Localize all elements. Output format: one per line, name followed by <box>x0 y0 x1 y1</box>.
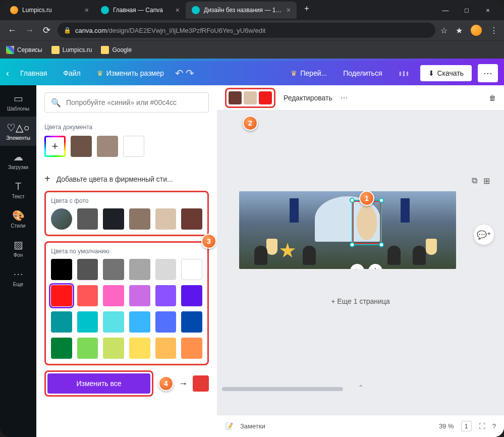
color-swatch[interactable] <box>229 91 242 104</box>
tab-canva-design[interactable]: Дизайн без названия — 1024 × <box>186 2 297 19</box>
target-color-swatch[interactable] <box>193 375 209 392</box>
sidebar-item-uploads[interactable]: ☁Загрузки <box>0 146 36 175</box>
rotate-button[interactable]: ⟳ <box>350 264 364 269</box>
selection-box[interactable]: 1 <box>352 200 381 245</box>
color-swatch[interactable] <box>71 136 92 157</box>
close-icon[interactable]: × <box>176 6 180 14</box>
color-search[interactable]: 🔍 <box>44 92 209 113</box>
color-swatch[interactable] <box>155 338 177 359</box>
color-swatch[interactable] <box>129 338 150 359</box>
chevron-up-icon[interactable]: ⌃ <box>358 384 363 391</box>
sidebar-item-elements[interactable]: ♡△○Элементы <box>0 117 36 146</box>
sidebar-item-more[interactable]: ⋯Еще <box>0 263 36 292</box>
color-swatch[interactable] <box>129 259 150 280</box>
delete-icon[interactable]: 🗑 <box>489 94 496 102</box>
edit-link[interactable]: Редактировать <box>284 94 332 102</box>
sidebar-item-templates[interactable]: ▭Шаблоны <box>0 87 36 117</box>
color-swatch[interactable] <box>103 285 124 306</box>
color-swatch[interactable] <box>155 208 177 230</box>
color-swatch[interactable] <box>181 259 202 280</box>
color-swatch[interactable] <box>77 259 98 280</box>
tab-canva-home[interactable]: Главная — Canva × <box>95 2 186 19</box>
color-swatch[interactable] <box>155 285 177 306</box>
notes-button[interactable]: Заметки <box>240 422 265 430</box>
comment-button[interactable]: 💬⁺ <box>474 225 494 245</box>
color-swatch[interactable] <box>123 136 144 157</box>
move-button[interactable]: ✥ <box>368 264 382 269</box>
close-icon[interactable]: × <box>287 6 291 14</box>
color-swatch[interactable] <box>129 285 150 306</box>
color-swatch[interactable] <box>103 311 124 333</box>
change-all-button[interactable]: Изменить все <box>47 373 150 394</box>
color-swatch[interactable] <box>181 338 202 359</box>
resize-handle[interactable] <box>350 198 355 203</box>
help-icon[interactable]: ? <box>492 422 496 430</box>
color-swatch[interactable] <box>155 311 177 333</box>
color-swatch[interactable] <box>51 285 72 306</box>
color-swatch[interactable] <box>103 259 124 280</box>
redo-button[interactable]: ↷ <box>186 67 194 79</box>
color-swatch[interactable] <box>77 311 98 333</box>
new-tab-button[interactable]: + <box>300 2 314 16</box>
resize-handle[interactable] <box>379 242 384 247</box>
color-swatch[interactable] <box>51 338 72 359</box>
tab-lumpics[interactable]: Lumpics.ru × <box>4 2 95 19</box>
bookmark-google[interactable]: Google <box>101 46 132 54</box>
scroll-thumb[interactable] <box>222 387 343 391</box>
reload-button[interactable]: ⟳ <box>40 25 52 36</box>
color-swatch[interactable] <box>77 285 98 306</box>
more-button[interactable]: ⋯ <box>478 64 498 82</box>
forward-button[interactable]: → <box>23 25 35 36</box>
menu-icon[interactable]: ⋮ <box>490 26 498 35</box>
color-swatch[interactable] <box>155 259 177 280</box>
color-swatch[interactable] <box>51 311 72 333</box>
stats-button[interactable]: ⫾⫿⫾ <box>394 66 414 80</box>
extension-icon[interactable]: ★ <box>456 26 463 35</box>
color-swatch[interactable] <box>181 208 202 230</box>
color-swatch[interactable] <box>97 136 118 157</box>
undo-button[interactable]: ↶ <box>175 67 184 79</box>
sidebar-item-styles[interactable]: 🎨Стили <box>0 204 36 234</box>
close-icon[interactable]: × <box>85 6 89 14</box>
color-swatch[interactable] <box>259 91 272 104</box>
fullscreen-icon[interactable]: ⛶ <box>479 422 485 430</box>
color-swatch[interactable] <box>181 311 202 333</box>
duplicate-page-icon[interactable]: ⧉ <box>472 176 477 186</box>
color-swatch[interactable] <box>77 338 98 359</box>
back-button[interactable]: ← <box>6 25 18 36</box>
minimize-button[interactable]: — <box>439 7 452 14</box>
download-button[interactable]: ⬇Скачать <box>420 65 472 81</box>
resize-handle[interactable] <box>379 198 384 203</box>
add-page-icon[interactable]: ⊞ <box>483 176 490 186</box>
brand-colors-add[interactable]: + Добавьте цвета в фирменный сти... <box>44 167 209 191</box>
share-button[interactable]: Поделиться <box>338 66 387 80</box>
color-swatch[interactable] <box>51 259 72 280</box>
color-swatch[interactable] <box>103 208 124 230</box>
back-chevron-icon[interactable]: ‹ <box>6 68 9 79</box>
more-options[interactable]: ⋯ <box>341 94 348 102</box>
profile-avatar[interactable] <box>471 25 482 36</box>
search-input[interactable] <box>66 98 202 106</box>
resize-handle[interactable] <box>350 242 355 247</box>
canvas-viewport[interactable]: ⧉ ⊞ 1 <box>217 111 504 415</box>
upgrade-button[interactable]: ♛Перей... <box>286 66 332 80</box>
add-page-button[interactable]: + Еще 1 страница <box>331 297 389 305</box>
file-menu[interactable]: Файл <box>58 66 85 80</box>
bookmark-apps[interactable]: Сервисы <box>6 46 42 54</box>
home-link[interactable]: Главная <box>15 66 52 80</box>
color-swatch[interactable] <box>103 338 124 359</box>
color-swatch[interactable] <box>129 311 150 333</box>
color-swatch[interactable] <box>129 208 150 230</box>
color-swatch[interactable] <box>77 208 98 230</box>
add-color-button[interactable]: + <box>44 136 66 157</box>
page-count[interactable]: 1 <box>461 421 472 431</box>
maximize-button[interactable]: □ <box>461 7 473 14</box>
color-swatch[interactable] <box>181 285 202 306</box>
bookmark-lumpics[interactable]: Lumpics.ru <box>51 46 92 54</box>
color-swatch[interactable] <box>244 91 257 104</box>
photo-thumb[interactable] <box>51 208 72 230</box>
sidebar-item-text[interactable]: TТекст <box>0 175 36 204</box>
resize-button[interactable]: ♛Изменить размер <box>92 66 169 80</box>
sidebar-item-background[interactable]: ▨Фон <box>0 234 36 263</box>
design-canvas[interactable]: 1 ⟳ ✥ <box>239 191 456 269</box>
